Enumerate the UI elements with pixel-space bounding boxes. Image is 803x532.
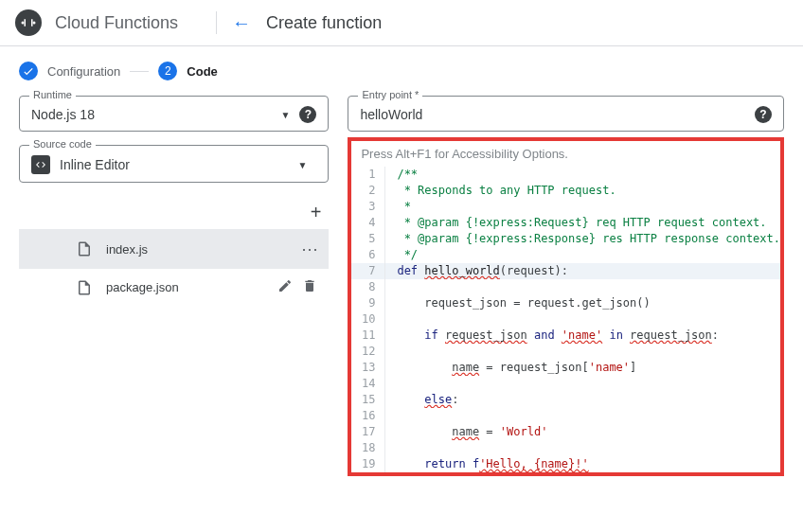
svg-point-1: [33, 22, 36, 25]
entry-value: helloWorld: [360, 107, 755, 122]
step-connector: [130, 71, 149, 72]
help-icon[interactable]: ?: [755, 106, 772, 123]
file-icon: [76, 279, 93, 296]
source-label: Source code: [29, 138, 96, 150]
step-2-label: Code: [187, 64, 218, 79]
source-value: Inline Editor: [60, 157, 298, 172]
more-icon[interactable]: ⋯: [301, 239, 317, 259]
accessibility-hint: Press Alt+F1 for Accessibility Options.: [351, 141, 780, 167]
runtime-value: Node.js 18: [31, 107, 281, 122]
entry-point-input[interactable]: Entry point * helloWorld ?: [348, 96, 784, 132]
runtime-select[interactable]: Runtime Node.js 18 ▼ ?: [19, 96, 329, 132]
file-icon: [76, 240, 93, 257]
source-code-select[interactable]: Source code Inline Editor ▼: [19, 145, 329, 183]
code-editor[interactable]: Press Alt+F1 for Accessibility Options. …: [348, 137, 784, 476]
step-complete-icon[interactable]: [19, 62, 38, 80]
header-bar: Cloud Functions ← Create function: [0, 0, 803, 46]
step-1-label[interactable]: Configuration: [47, 64, 120, 79]
delete-icon[interactable]: [302, 278, 317, 296]
file-name: index.js: [106, 242, 301, 257]
file-name: package.json: [106, 280, 277, 294]
help-icon[interactable]: ?: [299, 106, 316, 123]
product-name: Cloud Functions: [55, 13, 178, 33]
chevron-down-icon: ▼: [298, 160, 308, 170]
editor-body[interactable]: 1/** 2 * Responds to any HTTP request. 3…: [351, 167, 780, 472]
entry-label: Entry point *: [358, 89, 422, 100]
edit-icon[interactable]: [277, 278, 293, 296]
divider: [216, 11, 217, 34]
add-file-icon[interactable]: +: [311, 202, 322, 223]
cloud-functions-logo-icon: [15, 9, 42, 36]
file-row-index[interactable]: index.js ⋯: [19, 229, 329, 269]
chevron-down-icon: ▼: [281, 110, 291, 120]
svg-point-0: [22, 22, 25, 25]
file-row-package[interactable]: package.json: [19, 269, 329, 306]
file-list: index.js ⋯ package.json: [19, 229, 329, 306]
back-arrow-icon[interactable]: ←: [232, 12, 251, 34]
runtime-label: Runtime: [29, 89, 76, 100]
code-icon: [31, 155, 50, 174]
page-title: Create function: [266, 13, 382, 33]
step-2-number: 2: [158, 62, 177, 80]
